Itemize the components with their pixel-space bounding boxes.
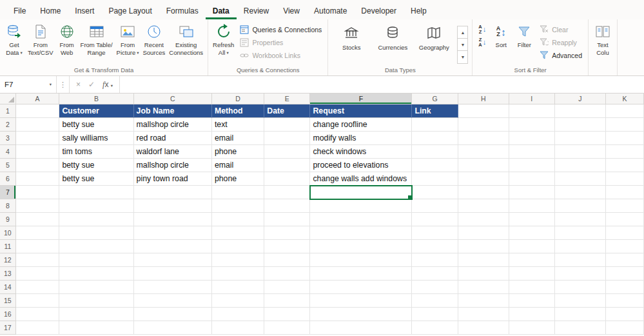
- cell-K7[interactable]: [606, 186, 644, 199]
- cell-I8[interactable]: [509, 199, 555, 213]
- cell-F5[interactable]: proceed to elevations: [310, 159, 412, 172]
- cell-I3[interactable]: [509, 132, 555, 145]
- cell-C11[interactable]: [134, 240, 212, 253]
- cell-K16[interactable]: [606, 308, 644, 321]
- cell-E14[interactable]: [264, 281, 310, 294]
- from-text-csv-button[interactable]: FromText/CSV: [26, 20, 55, 58]
- cell-A9[interactable]: [16, 213, 60, 226]
- cell-B9[interactable]: [59, 213, 133, 226]
- cell-J8[interactable]: [555, 199, 606, 213]
- cell-J4[interactable]: [555, 145, 606, 159]
- cell-J2[interactable]: [555, 118, 606, 132]
- existing-connections-button[interactable]: ExistingConnections: [167, 20, 205, 58]
- gallery-down-icon[interactable]: ▼: [458, 39, 467, 51]
- cell-B7[interactable]: [59, 186, 133, 199]
- cell-C17[interactable]: [134, 321, 212, 335]
- cell-J10[interactable]: [555, 226, 606, 240]
- cell-E15[interactable]: [264, 294, 310, 308]
- cell-C13[interactable]: [134, 267, 212, 281]
- cell-E9[interactable]: [264, 213, 310, 226]
- cell-H3[interactable]: [458, 132, 509, 145]
- cell-D7[interactable]: [212, 186, 264, 199]
- cell-I10[interactable]: [509, 226, 555, 240]
- cell-D11[interactable]: [212, 240, 264, 253]
- row-header-16[interactable]: 16: [0, 308, 16, 321]
- cell-K10[interactable]: [606, 226, 644, 240]
- properties-button[interactable]: Properties: [236, 36, 325, 48]
- sort-descending-button[interactable]: ZA↓: [475, 36, 489, 48]
- column-header-E[interactable]: E: [264, 94, 310, 104]
- cell-F17[interactable]: [310, 321, 412, 335]
- cell-B14[interactable]: [59, 281, 133, 294]
- cell-H9[interactable]: [458, 213, 509, 226]
- cell-A3[interactable]: [16, 132, 60, 145]
- column-header-B[interactable]: B: [59, 94, 133, 104]
- cell-H17[interactable]: [458, 321, 509, 335]
- cell-H5[interactable]: [458, 159, 509, 172]
- column-header-J[interactable]: J: [555, 94, 606, 104]
- cell-G8[interactable]: [412, 199, 458, 213]
- cell-D14[interactable]: [212, 281, 264, 294]
- cell-C3[interactable]: red road: [134, 132, 212, 145]
- cell-I11[interactable]: [509, 240, 555, 253]
- stocks-button[interactable]: Stocks: [331, 22, 372, 52]
- cell-D1[interactable]: Method: [212, 104, 264, 118]
- cell-E1[interactable]: Date: [264, 104, 310, 118]
- ribbon-tab-developer[interactable]: Developer: [354, 2, 404, 19]
- ribbon-tab-help[interactable]: Help: [404, 2, 434, 19]
- cell-K14[interactable]: [606, 281, 644, 294]
- cell-J13[interactable]: [555, 267, 606, 281]
- cell-E4[interactable]: [264, 145, 310, 159]
- row-header-13[interactable]: 13: [0, 267, 16, 281]
- cell-B1[interactable]: Customer: [59, 104, 133, 118]
- cell-I16[interactable]: [509, 308, 555, 321]
- ribbon-tab-formulas[interactable]: Formulas: [159, 2, 206, 19]
- cell-F1[interactable]: Request: [310, 104, 412, 118]
- row-header-12[interactable]: 12: [0, 253, 16, 267]
- cell-J11[interactable]: [555, 240, 606, 253]
- cell-H11[interactable]: [458, 240, 509, 253]
- cell-J17[interactable]: [555, 321, 606, 335]
- cell-H12[interactable]: [458, 253, 509, 267]
- row-header-3[interactable]: 3: [0, 132, 16, 145]
- cell-C10[interactable]: [134, 226, 212, 240]
- cell-G2[interactable]: [412, 118, 458, 132]
- cell-G7[interactable]: [412, 186, 458, 199]
- row-header-7[interactable]: 7: [0, 186, 16, 199]
- column-header-I[interactable]: I: [509, 94, 555, 104]
- cell-A4[interactable]: [16, 145, 60, 159]
- cell-A11[interactable]: [16, 240, 60, 253]
- column-header-G[interactable]: G: [412, 94, 458, 104]
- cell-K13[interactable]: [606, 267, 644, 281]
- row-header-9[interactable]: 9: [0, 213, 16, 226]
- cell-J6[interactable]: [555, 172, 606, 186]
- cell-G14[interactable]: [412, 281, 458, 294]
- cell-B5[interactable]: betty sue: [59, 159, 133, 172]
- ribbon-tab-file[interactable]: File: [6, 2, 33, 19]
- cell-G13[interactable]: [412, 267, 458, 281]
- cell-K15[interactable]: [606, 294, 644, 308]
- cell-E5[interactable]: [264, 159, 310, 172]
- row-header-15[interactable]: 15: [0, 294, 16, 308]
- cell-E8[interactable]: [264, 199, 310, 213]
- cell-C16[interactable]: [134, 308, 212, 321]
- cell-F6[interactable]: change walls add windows: [310, 172, 412, 186]
- row-header-4[interactable]: 4: [0, 145, 16, 159]
- cell-J15[interactable]: [555, 294, 606, 308]
- cell-C5[interactable]: mallshop circle: [134, 159, 212, 172]
- cell-A16[interactable]: [16, 308, 60, 321]
- cell-I2[interactable]: [509, 118, 555, 132]
- workbook-links-button[interactable]: Workbook Links: [236, 49, 325, 61]
- cell-I15[interactable]: [509, 294, 555, 308]
- cell-A13[interactable]: [16, 267, 60, 281]
- cell-K6[interactable]: [606, 172, 644, 186]
- cell-C8[interactable]: [134, 199, 212, 213]
- cell-E3[interactable]: [264, 132, 310, 145]
- cell-F15[interactable]: [310, 294, 412, 308]
- cell-I17[interactable]: [509, 321, 555, 335]
- from-picture-button[interactable]: FromPicture▾: [115, 20, 141, 58]
- row-header-1[interactable]: 1: [0, 104, 16, 118]
- cell-K9[interactable]: [606, 213, 644, 226]
- cell-H6[interactable]: [458, 172, 509, 186]
- ribbon-tab-page-layout[interactable]: Page Layout: [101, 2, 159, 19]
